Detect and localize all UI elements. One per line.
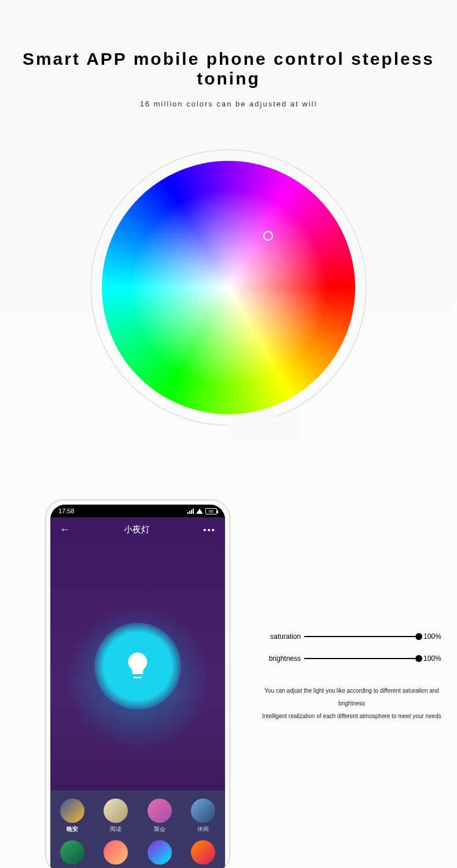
bulb-icon (121, 650, 154, 682)
scene-thumb (60, 799, 84, 823)
scene-item[interactable]: 斑斓 (185, 840, 222, 868)
page-subhead: 16 million colors can be adjusted at wil… (0, 100, 457, 108)
scene-item[interactable]: 缤纷 (97, 840, 134, 868)
brightness-label: brightness (259, 654, 304, 663)
saturation-thumb[interactable] (415, 633, 422, 640)
bulb-glow[interactable] (94, 623, 181, 709)
scenes-panel: 晚安阅读聚会休闲 柔光缤纷炫彩斑斓 (50, 790, 225, 868)
status-time: 17:58 (58, 507, 75, 514)
scene-label: 休闲 (197, 825, 209, 833)
saturation-label: saturation (259, 632, 304, 641)
saturation-value: 100% (419, 632, 444, 641)
adjust-panel: saturation 100% brightness 100% You can … (259, 632, 444, 723)
page-headline: Smart APP mobile phone control stepless … (0, 49, 457, 89)
brightness-thumb[interactable] (415, 655, 422, 662)
scene-item[interactable]: 炫彩 (141, 840, 178, 868)
brightness-value: 100% (419, 654, 444, 663)
app-title: 小夜灯 (124, 524, 150, 535)
status-bar: 17:58 66 (50, 505, 225, 517)
scene-label: 阅读 (110, 825, 121, 833)
scene-thumb (191, 840, 215, 865)
status-icons: 66 (187, 508, 217, 514)
scene-label: 聚会 (154, 825, 165, 833)
saturation-slider[interactable]: saturation 100% (259, 632, 444, 641)
scene-thumb (148, 799, 172, 823)
scene-thumb (104, 840, 128, 865)
scene-item[interactable]: 晚安 (54, 799, 91, 833)
scene-label: 晚安 (67, 825, 78, 833)
saturation-track[interactable] (304, 636, 419, 637)
color-picker-thumb[interactable] (263, 231, 273, 241)
color-wheel[interactable] (102, 161, 355, 414)
app-body (50, 542, 225, 790)
back-icon[interactable]: ← (60, 524, 70, 536)
app-bar: ← 小夜灯 ••• (50, 517, 225, 542)
signal-icon (187, 509, 194, 514)
more-icon[interactable]: ••• (203, 525, 216, 535)
scene-thumb (148, 840, 172, 865)
scene-thumb (60, 840, 84, 865)
phone-mock: 17:58 66 ← 小夜灯 ••• 晚安阅读聚会休闲 柔光缤纷炫彩斑斓 (45, 499, 231, 868)
scene-item[interactable]: 柔光 (54, 840, 91, 868)
battery-icon: 66 (205, 508, 217, 514)
phone-screen: 17:58 66 ← 小夜灯 ••• 晚安阅读聚会休闲 柔光缤纷炫彩斑斓 (50, 505, 225, 868)
scene-item[interactable]: 休闲 (185, 799, 222, 833)
adjust-note: You can adjust the light you like accord… (259, 685, 444, 723)
wifi-icon (196, 509, 203, 514)
scene-thumb (191, 799, 215, 823)
scene-item[interactable]: 聚会 (141, 799, 178, 833)
scene-item[interactable]: 阅读 (97, 799, 134, 833)
brightness-slider[interactable]: brightness 100% (259, 654, 444, 663)
brightness-track[interactable] (304, 658, 419, 659)
scene-thumb (104, 799, 128, 823)
